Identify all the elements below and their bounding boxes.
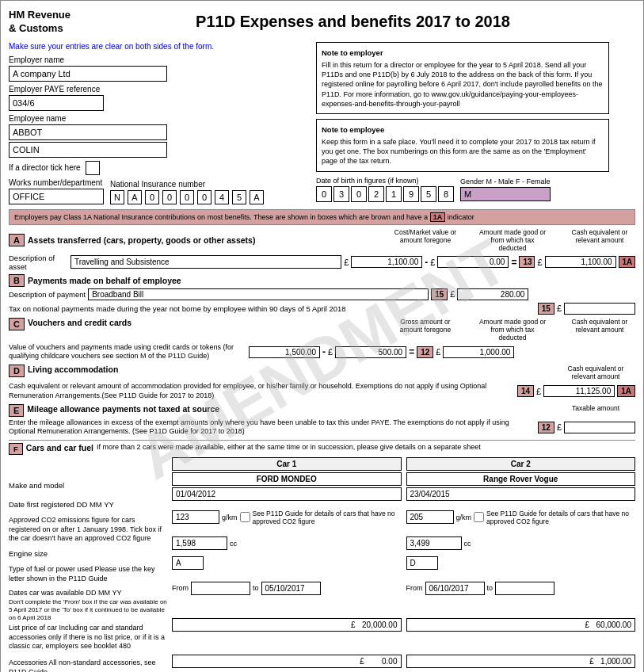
works-ni-row: Works number/department National Insuran… [9,178,310,204]
car2-list-input[interactable] [406,618,636,632]
section-c-title: Vouchers and credit cards [28,318,131,327]
section-d-badge: 1A [617,385,635,397]
section-a-value2[interactable] [437,256,509,268]
car2-to-input[interactable] [495,582,554,595]
car2-make-input[interactable] [406,472,636,486]
section-c-letter: C [9,318,25,330]
indicator-badge: 1A [430,212,446,222]
car2-engine-input[interactable] [406,536,462,550]
ni-cell-0c: 0 [180,190,194,204]
ni-cell-0d: 0 [197,190,211,204]
car2-co2-input[interactable] [406,510,454,524]
section-e-box-num: 12 [538,422,554,433]
section-a-title: Assets transferred (cars, property, good… [28,235,255,245]
car1-make-input[interactable] [172,472,402,486]
section-c: C Vouchers and credit cards Gross amount… [9,318,635,361]
section-e-letter: E [9,404,24,417]
employer-name-field: Employer name [9,55,310,82]
section-b-box-num2: 15 [538,303,554,315]
car2-col: Car 2 g/km See P11D Guide for details of… [406,457,636,672]
car2-fuel-input[interactable] [406,556,438,570]
gender-box: M [460,187,551,201]
car1-from-input[interactable] [191,582,250,595]
section-a-value1[interactable] [351,256,422,268]
car1-acc-input[interactable] [172,655,402,668]
employee-lastname-input[interactable] [9,142,167,158]
section-d-row: Cash equivalent or relevant amount of ac… [9,382,635,400]
page-header: HM Revenue & Customs P11D Expenses and b… [9,9,635,36]
section-a-data-row: Description of asset £ - £ = 13 £ 1A [9,254,635,271]
section-b-row1: Description of payment 15 £ [9,288,635,300]
section-f-note: If more than 2 cars were made available,… [97,443,481,451]
car2-acc-input[interactable] [406,655,636,668]
dob-4: 1 [386,186,402,202]
car2-co2-checkbox[interactable] [474,512,484,522]
section-c-box-num: 12 [417,346,433,358]
employee-name-field: Employee name [9,114,310,158]
dob-0: 0 [316,186,332,202]
section-d: D Living accommodation Cash equivalent o… [9,365,635,400]
ni-cell-n: N [110,190,124,204]
section-f: F Cars and car fuel If more than 2 cars … [9,440,635,672]
ni-cell-0a: 0 [145,190,159,204]
section-c-row: Value of vouchers and payments made usin… [9,343,635,361]
dob-6: 5 [421,186,436,202]
car1-list-input[interactable] [172,618,402,632]
section-b-box-num: 15 [431,288,448,300]
paye-ref-input[interactable] [9,95,104,111]
car1-co2-input[interactable] [172,510,219,524]
director-row: If a director tick here [9,161,310,175]
car-labels-col: Make and model Date first registered DD … [9,457,167,672]
section-c-value1[interactable] [249,346,320,358]
section-f-letter: F [9,443,23,455]
car1-fuel-input[interactable] [172,556,204,570]
car1-co2-checkbox[interactable] [240,512,250,522]
works-input[interactable] [9,189,104,204]
indicator-row: Employers pay Class 1A National Insuranc… [9,209,635,225]
section-c-value2[interactable] [335,346,406,358]
car1-header: Car 1 [172,457,402,471]
section-d-value[interactable] [543,385,615,397]
section-b-letter: B [9,274,25,287]
section-e: E Mileage allowance payments not taxed a… [9,404,635,437]
paye-ref-field: Employer PAYE reference [9,85,310,111]
section-d-box-num: 14 [517,385,534,397]
section-b-title: Payments made on behalf of employee [28,276,181,285]
employee-firstname-input[interactable] [9,124,167,140]
section-a-desc-input[interactable] [70,255,341,269]
section-e-title: Mileage allowance payments not taxed at … [27,404,219,414]
dob-5: 9 [403,186,419,202]
section-e-row: Enter the mileage allowances in excess o… [9,418,635,437]
director-checkbox[interactable] [86,161,100,175]
form-title: P11D Expenses and benefits 2017 to 2018 [70,9,635,31]
section-b: B Payments made on behalf of employee De… [9,274,635,315]
dob-3: 2 [368,186,384,202]
section-c-value3[interactable] [443,346,514,358]
employee-note-box: Note to employee Keep this form in a saf… [316,119,609,172]
section-a-badge: 1A [619,256,635,268]
employer-note-box: Note to employer Fill in this return for… [316,42,609,114]
page: AMENDMENT HM Revenue & Customs P11D Expe… [0,0,644,672]
section-a-value3[interactable] [545,256,616,268]
section-b-desc-input[interactable] [88,288,429,300]
car2-from-input[interactable] [425,582,485,595]
section-d-letter: D [9,365,25,377]
car2-reg-input[interactable] [406,487,636,501]
cars-grid: Make and model Date first registered DD … [9,457,635,672]
car1-engine-input[interactable] [172,536,227,550]
car1-reg-input[interactable] [172,487,402,501]
section-b-value2[interactable] [564,303,635,315]
section-b-value[interactable] [457,288,528,300]
ni-section: N A 0 0 0 0 4 5 A [110,190,310,204]
section-e-value[interactable] [564,422,635,433]
employer-name-input[interactable] [9,66,167,82]
section-a: A Assets transferred (cars, property, go… [9,228,635,271]
form-instruction: Make sure your entries are clear on both… [9,42,310,51]
section-d-title: Living accommodation [28,365,118,374]
ni-cell-5: 5 [232,190,246,204]
dob-7: 8 [438,186,454,202]
car2-header: Car 2 [406,457,636,471]
car1-to-input[interactable] [261,582,321,595]
works-field: Works number/department [9,178,104,204]
ni-cell-a1: A [128,190,142,204]
